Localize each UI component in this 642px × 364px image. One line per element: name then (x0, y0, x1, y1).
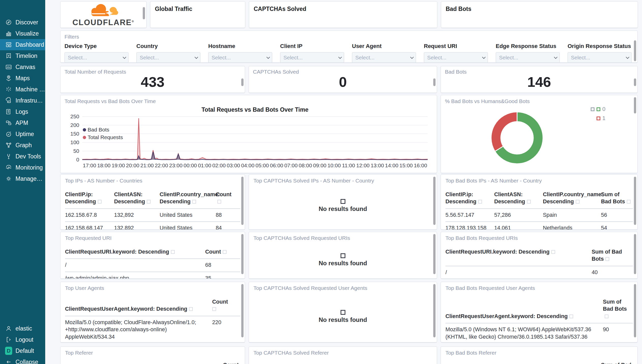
device-type-select[interactable]: Select... (65, 52, 129, 63)
sidebar-item-graph[interactable]: Graph (0, 140, 45, 151)
sort-checkbox[interactable] (569, 315, 573, 318)
sidebar-item-monitoring[interactable]: Monitoring (0, 162, 45, 173)
svg-text:12:00: 12:00 (356, 162, 370, 168)
scrollbar[interactable] (433, 284, 436, 337)
scrollbar[interactable] (143, 7, 145, 19)
sidebar-item-logout[interactable]: Logout (0, 334, 45, 345)
user-agent-select[interactable]: Select... (352, 52, 416, 63)
svg-text:16:00: 16:00 (414, 162, 427, 168)
panel-bad-bots-uris: Top Bad Bots Requested URIs ClientReques… (441, 232, 638, 279)
request-uri-select[interactable]: Select... (424, 52, 488, 63)
no-results-icon (341, 199, 345, 204)
scrollbar[interactable] (433, 177, 436, 225)
panel-captchas-metric: CAPTCHAs Solved 0 (249, 66, 437, 93)
top-uri-table: ClientRequestURI.keyword: Descending Cou… (65, 248, 240, 279)
sidebar-item-label: Management (15, 175, 45, 182)
svg-text:15:00: 15:00 (399, 162, 413, 168)
bar-chart-icon (5, 30, 12, 37)
origin-response-status-select[interactable]: Select... (568, 52, 632, 63)
logout-icon (5, 336, 12, 343)
sidebar-item-visualize[interactable]: Visualize (0, 28, 45, 39)
sidebar-item-canvas[interactable]: Canvas (0, 61, 45, 73)
panel-title: Top CAPTCHAs Solved Referer (253, 350, 432, 356)
sort-checkbox[interactable] (98, 200, 102, 204)
sort-checkbox[interactable] (192, 200, 196, 204)
metric-value: 0 (253, 75, 433, 90)
sidebar-item-logs[interactable]: Logs (0, 106, 45, 117)
scrollbar[interactable] (241, 177, 244, 225)
sort-checkbox[interactable] (605, 315, 608, 318)
panel-title: Top CAPTCHAs Solved Requested User Agent… (253, 285, 432, 291)
filters-title: Filters (65, 34, 633, 40)
graph-icon (5, 142, 12, 149)
scrollbar[interactable] (634, 78, 636, 86)
panel-captcha-uris: Top CAPTCHAs Solved Requested URIs No re… (249, 232, 437, 279)
panel-top-requested-uri: Top Requested URI ClientRequestURI.keywo… (60, 232, 245, 279)
panel-title: Top CAPTCHAs Solved Requested URIs (253, 235, 432, 241)
svg-text:19:00: 19:00 (111, 162, 125, 168)
svg-text:04:00: 04:00 (241, 162, 254, 168)
sort-checkbox[interactable] (171, 250, 175, 254)
sort-checkbox[interactable] (551, 250, 555, 254)
sort-checkbox[interactable] (189, 307, 193, 311)
table-row: 162.158.68.147132,892United States84 (65, 222, 240, 230)
sidebar-item-infrastructure[interactable]: Infrastructure (0, 95, 45, 106)
filter-origin-response-status: Origin Response Status Select... (568, 43, 632, 63)
scrollbar[interactable] (634, 97, 636, 113)
sort-checkbox[interactable] (627, 200, 631, 204)
no-results-icon (341, 310, 345, 315)
sidebar-item-default-space[interactable]: D Default (0, 345, 45, 356)
svg-text:07:00: 07:00 (284, 162, 298, 168)
legend-label: 1 (602, 115, 605, 122)
scrollbar[interactable] (433, 78, 436, 86)
sort-checkbox[interactable] (212, 307, 216, 311)
sidebar-item-maps[interactable]: Maps (0, 73, 45, 84)
sort-checkbox[interactable] (147, 200, 151, 204)
sort-checkbox[interactable] (217, 200, 221, 204)
panel-title: CAPTCHAs Solved (254, 6, 306, 12)
panel-captcha-referer: Top CAPTCHAs Solved Referer (249, 346, 437, 364)
sort-checkbox[interactable] (605, 257, 609, 261)
sidebar-item-label: Machine Le… (15, 86, 45, 93)
scrollbar[interactable] (241, 234, 244, 274)
column-header: ClientIP.country_name: Descending (543, 191, 601, 209)
sidebar-item-dashboard[interactable]: Dashboard (0, 39, 45, 50)
sidebar-item-label: Default (15, 348, 34, 354)
sidebar-item-management[interactable]: Management (0, 173, 45, 184)
sort-checkbox[interactable] (478, 200, 482, 204)
scrollbar[interactable] (634, 234, 636, 274)
sidebar-item-uptime[interactable]: Uptime (0, 128, 45, 140)
edge-response-status-select[interactable]: Select... (496, 52, 560, 63)
sidebar-item-discover[interactable]: Discover (0, 17, 45, 28)
scrollbar[interactable] (634, 177, 636, 225)
scrollbar[interactable] (634, 284, 636, 337)
scrollbar[interactable] (241, 284, 244, 337)
hostname-select[interactable]: Select... (208, 52, 272, 63)
monitoring-icon (5, 164, 12, 171)
sort-checkbox[interactable] (223, 250, 227, 254)
scrollbar[interactable] (241, 78, 244, 86)
sidebar-item-collapse[interactable]: Collapse (0, 356, 45, 364)
country-select[interactable]: Select... (136, 52, 200, 63)
panel-filters: Filters Device Type Select... Country Se… (60, 30, 638, 63)
timelion-icon (5, 52, 12, 59)
sort-checkbox[interactable] (527, 200, 531, 204)
sort-checkbox[interactable] (576, 200, 580, 204)
table-row: Mozilla/5.0 (compatible; CloudFlare-Alwa… (65, 316, 240, 342)
sidebar-item-machine-learning[interactable]: Machine Le… (0, 84, 45, 95)
scrollbar[interactable] (433, 234, 436, 274)
panel-top-user-agents: Top User Agents ClientRequestUserAgent.k… (60, 282, 245, 342)
client-ip-select[interactable]: Select... (280, 52, 344, 63)
sidebar-item-apm[interactable]: APM (0, 117, 45, 128)
sidebar-item-user[interactable]: elastic (0, 323, 45, 334)
scrollbar[interactable] (634, 40, 636, 61)
chevron-down-icon (410, 55, 414, 59)
sidebar-item-dev-tools[interactable]: Dev Tools (0, 151, 45, 162)
table-row: 162.158.67.8132,892United States88 (65, 209, 240, 222)
sidebar-item-label: Logs (15, 108, 28, 115)
sidebar-item-timelion[interactable]: Timelion (0, 50, 45, 61)
column-header: Sum of Bad (445, 362, 633, 364)
apm-icon (5, 119, 12, 126)
svg-text:22:00: 22:00 (155, 162, 168, 168)
panel-captcha-user-agents: Top CAPTCHAs Solved Requested User Agent… (249, 282, 437, 342)
